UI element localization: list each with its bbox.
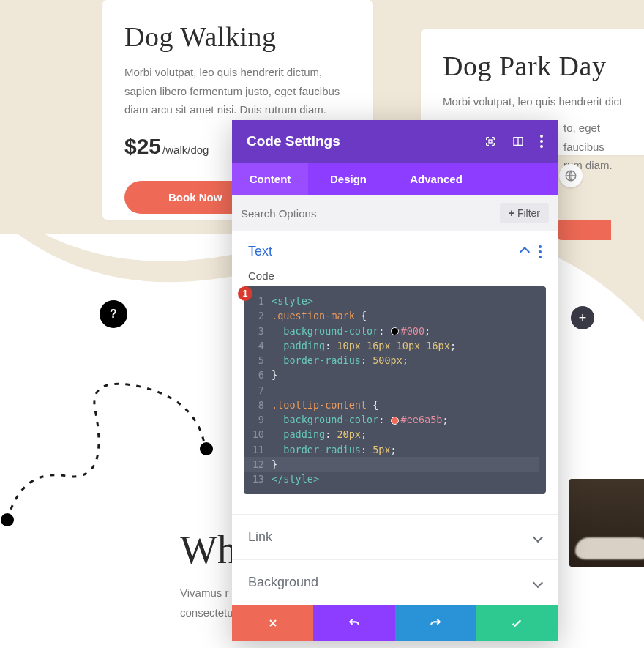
code-token: : [361,354,372,366]
price-unit: /walk/dog [162,144,209,156]
code-token: 10px 16px 10px 16px [337,340,449,351]
line-number: 10 [244,427,272,442]
code-token: ; [361,428,367,440]
chevron-down-icon [533,532,543,543]
code-token: .tooltip-content [272,399,367,411]
service-title: Dog Walking [124,21,351,53]
line-number: 6 [244,368,272,382]
redo-button[interactable] [395,605,476,641]
add-module-button[interactable]: + [571,306,594,329]
plus-icon: + [509,207,514,219]
svg-point-2 [1,513,14,526]
chevron-up-icon[interactable] [520,246,530,256]
kebab-menu-icon[interactable] [540,135,543,148]
question-mark-bubble[interactable]: ? [100,300,127,328]
search-bar: + Filter [232,195,558,231]
line-number: 5 [244,353,272,368]
tab-content[interactable]: Content [232,163,308,195]
code-token: .question-mark [272,310,355,321]
code-token: { [355,310,367,321]
code-token: 5px [372,444,390,455]
section-header-text[interactable]: Text [232,231,558,269]
book-now-button-peek[interactable] [553,220,611,240]
tab-advanced[interactable]: Advanced [389,163,484,195]
svg-point-3 [200,442,213,455]
code-token: padding [283,340,325,351]
code-token: ; [450,340,456,351]
kebab-menu-icon[interactable] [539,245,542,258]
service-title: Dog Park Day [443,50,644,82]
section-header-link[interactable]: Link [232,514,558,559]
modal-header[interactable]: Code Settings [232,120,558,163]
text-line: Morbi volutpat, leo quis hendrerit dict [443,95,622,108]
code-editor[interactable]: 1<style> 2.question-mark { 3 background-… [244,286,546,494]
check-icon [510,617,523,630]
code-token: : [325,340,337,351]
service-description: Morbi volutpat, leo quis hendrerit dictu… [124,63,351,119]
code-token: 500px [372,354,402,366]
code-token: } [272,458,277,470]
code-token: 20px [337,428,361,440]
redo-icon [428,616,443,630]
code-token: ; [442,414,448,425]
section-title: Link [248,529,272,545]
code-token: border-radius [283,354,361,366]
line-number: 11 [244,442,272,457]
line-number: 7 [244,383,272,398]
code-token: : [361,444,372,455]
globe-icon-button[interactable] [559,164,583,187]
undo-icon [347,616,362,630]
modal-tabs: Content Design Advanced [232,163,558,195]
dog-photo-thumbnail [569,479,644,567]
price-amount: $25 [124,134,161,158]
decorative-dashed-path [0,366,220,527]
expand-icon[interactable] [484,135,496,147]
svg-rect-4 [489,140,492,143]
cancel-button[interactable] [232,605,313,641]
line-number: 4 [244,338,272,353]
code-token: : [378,325,390,337]
code-token: } [272,369,277,381]
text-line: to, eget faucibus [564,122,604,153]
save-button[interactable] [476,605,558,641]
chevron-down-icon [533,578,543,588]
line-number: 2 [244,308,272,323]
line-number: 3 [244,324,272,338]
line-number: 12 [244,457,272,472]
modal-action-row [232,605,558,641]
code-token: </style> [272,473,319,485]
line-number: 8 [244,398,272,412]
code-token: <style> [272,295,313,307]
code-token: #ee6a5b [401,414,443,425]
line-number: 9 [244,412,272,427]
color-swatch [391,417,399,425]
field-label-code: Code [232,269,558,286]
step-badge-1: 1 [238,286,252,301]
code-token: border-radius [283,444,361,455]
text-line: Vivamus r [180,586,228,599]
section-header-background[interactable]: Background [232,559,558,605]
code-token: : [325,428,337,440]
line-number: 13 [244,472,272,486]
code-token: : [378,414,390,425]
undo-button[interactable] [313,605,394,641]
section-title: Background [248,575,318,590]
modal-title: Code Settings [247,133,340,149]
tab-design[interactable]: Design [308,163,389,195]
code-token: { [367,399,378,411]
code-token: ; [391,444,397,455]
search-input[interactable] [241,207,494,220]
filter-label: Filter [517,207,540,219]
code-token: ; [402,354,408,366]
code-settings-modal: Code Settings Content Design Advanced + … [232,120,558,641]
code-token: background-color [283,325,378,337]
globe-icon [564,169,577,182]
code-token: ; [424,325,430,337]
code-token: background-color [283,414,378,425]
columns-icon[interactable] [512,135,524,147]
section-title: Text [248,244,272,259]
code-token: padding [283,428,325,440]
service-description: Morbi volutpat, leo quis hendrerit dict [443,92,644,111]
filter-button[interactable]: + Filter [500,203,549,223]
color-swatch [391,327,399,335]
